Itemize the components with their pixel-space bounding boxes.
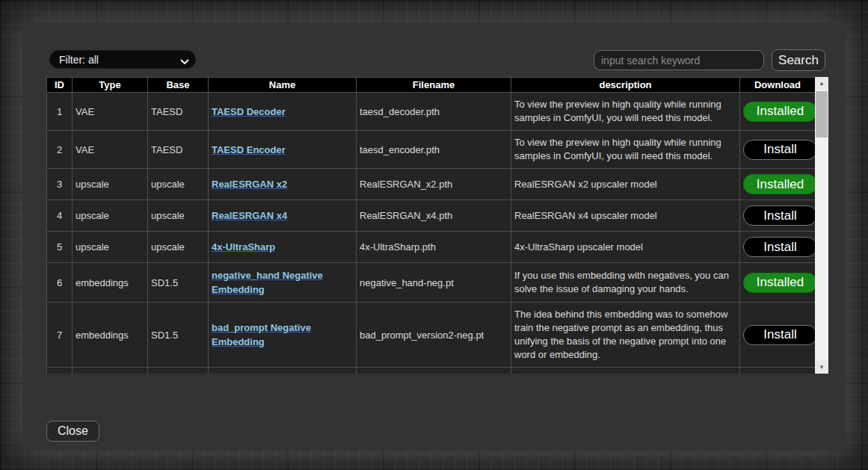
col-header-filename: Filename	[357, 78, 511, 93]
col-header-download: Download	[740, 78, 816, 93]
install-button[interactable]: Install	[743, 237, 815, 257]
model-table-scroll-area: ID Type Base Name Filename description D…	[46, 77, 815, 374]
cell-base: SD1.5	[148, 303, 209, 368]
cell-base: TAESD	[148, 131, 209, 169]
cell-type: VAE	[73, 93, 148, 131]
cell-filename: RealESRGAN_x4.pth	[357, 200, 511, 232]
cell-description: If you use this embedding with negatives…	[511, 263, 740, 303]
cell-type: embeddings	[73, 303, 148, 368]
model-table-body: 1 VAE TAESD TAESD Decoder taesd_decoder.…	[47, 93, 816, 374]
cell-base: upscale	[148, 232, 209, 263]
cell-base: TAESD	[148, 93, 209, 131]
model-table: ID Type Base Name Filename description D…	[46, 77, 815, 374]
table-row: 5 upscale upscale 4x-UltraSharp 4x-Ultra…	[47, 232, 816, 263]
table-row: 2 VAE TAESD TAESD Encoder taesd_encoder.…	[47, 131, 816, 169]
table-row: 3 upscale upscale RealESRGAN x2 RealESRG…	[47, 169, 816, 200]
col-header-id: ID	[47, 78, 73, 93]
cell-base: SD1.5	[148, 263, 209, 303]
cell-id: 2	[47, 131, 73, 169]
cell-download: Installed	[740, 169, 816, 200]
cell-description: RealESRGAN x2 upscaler model	[511, 169, 740, 200]
cell-type: upscale	[73, 200, 148, 232]
cell-name: TAESD Encoder	[209, 131, 357, 169]
cell-filename	[357, 368, 511, 374]
cell-download: Installed	[740, 93, 816, 131]
cell-type: embeddings	[73, 263, 148, 303]
cell-filename: bad_prompt_version2-neg.pt	[357, 303, 511, 368]
cell-id: 5	[47, 232, 73, 263]
col-header-base: Base	[148, 78, 209, 93]
cell-name: RealESRGAN x4	[209, 200, 357, 232]
table-row: 1 VAE TAESD TAESD Decoder taesd_decoder.…	[47, 93, 816, 131]
install-button[interactable]: Installed	[743, 174, 815, 194]
model-name-link[interactable]: TAESD Encoder	[212, 144, 286, 155]
search-button[interactable]: Search	[772, 49, 825, 71]
cell-base: upscale	[148, 200, 209, 232]
search-input[interactable]	[594, 50, 764, 70]
model-name-link[interactable]: TAESD Decoder	[212, 106, 286, 117]
model-name-link[interactable]: RealESRGAN x2	[212, 179, 287, 190]
cell-download: Install	[740, 131, 816, 169]
install-button[interactable]: Installed	[743, 102, 815, 122]
cell-type: upscale	[73, 232, 148, 263]
model-name-link[interactable]: RealESRGAN x4	[212, 210, 287, 221]
cell-description: 4x-UltraSharp upscaler model	[511, 232, 740, 263]
install-button[interactable]: Install	[743, 205, 815, 226]
col-header-description: description	[511, 78, 740, 93]
cell-name	[209, 368, 357, 374]
col-header-name: Name	[209, 78, 357, 93]
cell-description: RealESRGAN x4 upscaler model	[511, 200, 740, 232]
cell-description: To view the preview in high quality whil…	[511, 131, 740, 169]
cell-download: Install	[740, 200, 816, 232]
model-table-zone: ID Type Base Name Filename description D…	[46, 77, 828, 374]
cell-name: TAESD Decoder	[209, 93, 357, 131]
scrollbar-thumb[interactable]	[816, 91, 828, 137]
cell-id: 6	[47, 263, 73, 303]
scrollbar-down-icon[interactable]: ▼	[815, 361, 828, 374]
model-name-link[interactable]: 4x-UltraSharp	[212, 241, 275, 253]
cell-filename: 4x-UltraSharp.pth	[357, 232, 511, 263]
scrollbar-up-icon[interactable]: ▲	[815, 77, 828, 90]
cell-base: upscale	[148, 169, 209, 200]
scrollbar-track[interactable]	[815, 90, 828, 361]
install-button[interactable]: Install	[743, 325, 815, 345]
cell-base	[148, 368, 209, 374]
col-header-type: Type	[73, 78, 148, 93]
table-row: 4 upscale upscale RealESRGAN x4 RealESRG…	[47, 200, 816, 232]
table-row: These embedding learn what disgusting co…	[47, 368, 816, 374]
cell-type: upscale	[73, 169, 148, 200]
model-name-link[interactable]: bad_prompt Negative Embedding	[212, 322, 311, 347]
cell-id: 4	[47, 200, 73, 232]
cell-download: Install	[740, 232, 816, 263]
table-header-row: ID Type Base Name Filename description D…	[47, 78, 816, 93]
cell-description: These embedding learn what disgusting co…	[511, 368, 740, 374]
cell-filename: taesd_decoder.pth	[357, 93, 511, 131]
cell-description: To view the preview in high quality whil…	[511, 93, 740, 131]
cell-id: 3	[47, 169, 73, 200]
close-button[interactable]: Close	[46, 421, 99, 442]
cell-description: The idea behind this embedding was to so…	[511, 303, 740, 368]
cell-type	[73, 368, 148, 374]
model-name-link[interactable]: negative_hand Negative Embedding	[212, 270, 323, 295]
cell-name: 4x-UltraSharp	[209, 232, 357, 263]
table-row: 7 embeddings SD1.5 bad_prompt Negative E…	[47, 303, 816, 368]
install-models-dialog: Filter: all Search ID Type Base Name F	[22, 22, 846, 451]
cell-id: 7	[47, 303, 73, 368]
cell-download: Installed	[740, 263, 816, 303]
install-button[interactable]: Install	[743, 140, 815, 160]
cell-filename: negative_hand-neg.pt	[357, 263, 511, 303]
cell-filename: taesd_encoder.pth	[357, 131, 511, 169]
table-scrollbar[interactable]: ▲ ▼	[815, 77, 828, 374]
install-button[interactable]: Installed	[743, 273, 815, 293]
cell-type: VAE	[73, 131, 148, 169]
cell-name: RealESRGAN x2	[209, 169, 357, 200]
filter-select[interactable]: Filter: all	[49, 50, 196, 69]
cell-id	[47, 368, 73, 374]
comfyui-canvas: { "dialog": { "filter": { "value": "Filt…	[0, 0, 868, 470]
cell-download	[740, 368, 816, 374]
table-row: 6 embeddings SD1.5 negative_hand Negativ…	[47, 263, 816, 303]
cell-download: Install	[740, 303, 816, 368]
filter-dropdown-wrap: Filter: all	[49, 50, 196, 69]
cell-filename: RealESRGAN_x2.pth	[357, 169, 511, 200]
cell-name: negative_hand Negative Embedding	[209, 263, 357, 303]
